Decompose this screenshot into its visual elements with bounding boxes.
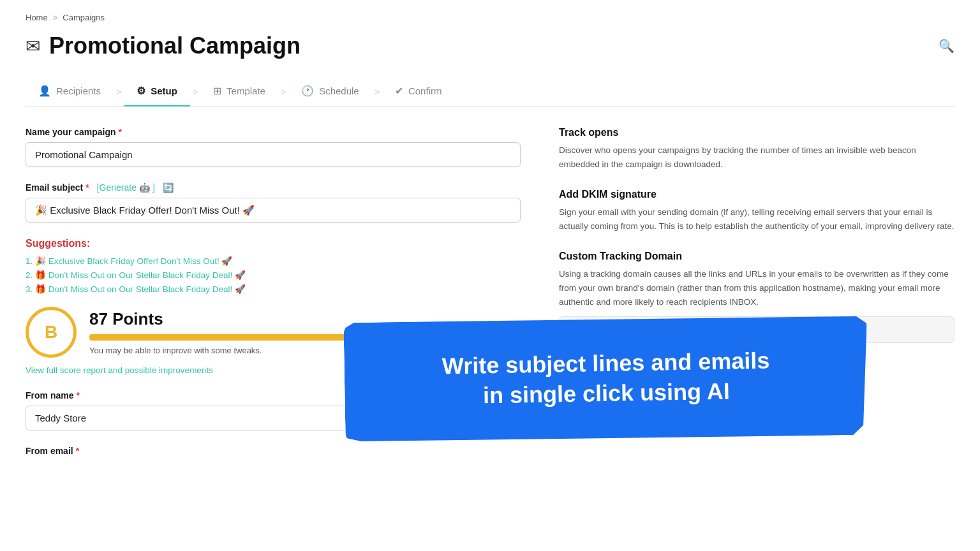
campaign-name-required: * — [119, 127, 122, 137]
steps-nav: 👤 Recipients > ⚙ Setup > ⊞ Template > 🕐 … — [26, 77, 954, 107]
ai-icon: 🤖 — [139, 182, 150, 193]
step-sep-2: > — [190, 87, 200, 97]
step-setup[interactable]: ⚙ Setup — [124, 77, 190, 106]
tracking-domain-text: Using a tracking domain causes all the l… — [559, 267, 954, 309]
step-setup-label: Setup — [151, 85, 177, 96]
email-icon: ✉ — [26, 36, 40, 57]
campaign-name-group: Name your campaign * — [26, 127, 521, 167]
schedule-icon: 🕐 — [301, 85, 314, 97]
generate-close-bracket: ] — [152, 182, 155, 193]
step-sep-3: > — [278, 87, 288, 97]
step-recipients[interactable]: 👤 Recipients — [26, 77, 114, 106]
step-recipients-label: Recipients — [56, 85, 101, 96]
ai-overlay-text: Write subject lines and emailsin single … — [416, 333, 796, 425]
setup-icon: ⚙ — [137, 85, 145, 97]
recipients-icon: 👤 — [38, 85, 51, 97]
step-sep-4: > — [372, 87, 382, 97]
breadcrumb: Home > Campaigns — [26, 13, 954, 22]
track-opens-section: Track opens Discover who opens your camp… — [559, 127, 954, 171]
suggestion-1[interactable]: 1. 🎉 Exclusive Black Friday Offer! Don't… — [26, 256, 521, 266]
from-email-required: * — [76, 446, 79, 456]
suggestions-title: Suggestions: — [26, 238, 521, 249]
suggestion-3[interactable]: 3. 🎁 Don't Miss Out on Our Stellar Black… — [26, 284, 521, 294]
generate-label: [Generate — [97, 182, 137, 193]
step-template[interactable]: ⊞ Template — [200, 77, 278, 106]
breadcrumb-sep1: > — [53, 13, 58, 22]
email-subject-label: Email subject * — [26, 182, 89, 193]
generate-button[interactable]: [Generate 🤖 ] — [97, 182, 155, 193]
score-letter: B — [45, 322, 57, 342]
refresh-icon[interactable]: 🔄 — [163, 182, 174, 193]
dkim-title: Add DKIM signature — [559, 189, 954, 200]
score-circle: B — [26, 307, 77, 358]
email-subject-group: Email subject * [Generate 🤖 ] 🔄 — [26, 182, 521, 223]
track-opens-title: Track opens — [559, 127, 954, 138]
ai-overlay: Write subject lines and emailsin single … — [343, 314, 868, 444]
from-email-group: From email * — [26, 446, 521, 456]
from-email-label: From email * — [26, 446, 521, 456]
tracking-domain-title: Custom Tracking Domain — [559, 251, 954, 262]
step-sep-1: > — [114, 87, 124, 97]
email-subject-required: * — [85, 182, 89, 193]
page-title-row: ✉ Promotional Campaign 🔍 — [26, 33, 954, 59]
suggestions-box: Suggestions: 1. 🎉 Exclusive Black Friday… — [26, 238, 521, 294]
step-template-label: Template — [226, 85, 265, 96]
content-wrapper: Name your campaign * Email subject * [Ge… — [26, 127, 954, 471]
breadcrumb-home[interactable]: Home — [26, 13, 48, 22]
track-opens-text: Discover who opens your campaigns by tra… — [559, 143, 954, 171]
from-name-required: * — [76, 390, 79, 400]
suggestion-2[interactable]: 2. 🎁 Don't Miss Out on Our Stellar Black… — [26, 270, 521, 280]
dkim-text: Sign your email with your sending domain… — [559, 205, 954, 233]
confirm-icon: ✔ — [395, 85, 403, 97]
step-schedule-label: Schedule — [319, 85, 359, 96]
email-subject-label-row: Email subject * [Generate 🤖 ] 🔄 — [26, 182, 521, 193]
step-schedule[interactable]: 🕐 Schedule — [288, 77, 372, 106]
campaign-name-label: Name your campaign * — [26, 127, 521, 137]
email-subject-input[interactable] — [26, 198, 521, 223]
dkim-section: Add DKIM signature Sign your email with … — [559, 189, 954, 233]
step-confirm-label: Confirm — [408, 85, 442, 96]
search-icon[interactable]: 🔍 — [939, 38, 954, 54]
template-icon: ⊞ — [213, 85, 221, 97]
page-title: Promotional Campaign — [49, 33, 301, 59]
step-confirm[interactable]: ✔ Confirm — [382, 77, 455, 106]
breadcrumb-campaigns[interactable]: Campaigns — [63, 13, 105, 22]
campaign-name-input[interactable] — [26, 142, 521, 167]
